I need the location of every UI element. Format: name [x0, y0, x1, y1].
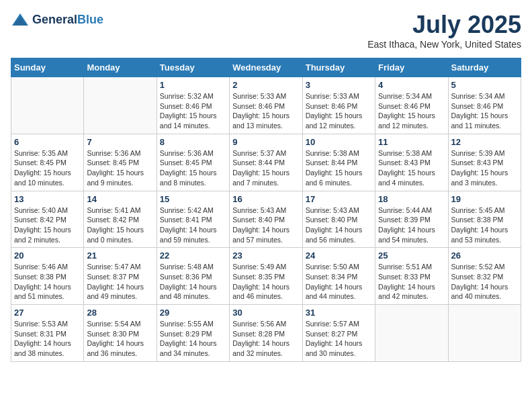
- calendar-cell: 8Sunrise: 5:36 AMSunset: 8:45 PMDaylight…: [157, 134, 229, 191]
- day-info: Sunrise: 5:49 AMSunset: 8:35 PMDaylight:…: [232, 262, 299, 302]
- calendar-cell: 2Sunrise: 5:33 AMSunset: 8:46 PMDaylight…: [230, 77, 302, 134]
- day-info: Sunrise: 5:53 AMSunset: 8:31 PMDaylight:…: [14, 319, 81, 359]
- calendar-cell: 7Sunrise: 5:36 AMSunset: 8:45 PMDaylight…: [84, 134, 157, 191]
- calendar-week-row: 13Sunrise: 5:40 AMSunset: 8:42 PMDayligh…: [11, 191, 521, 248]
- day-of-week-header: Friday: [375, 58, 448, 77]
- day-info: Sunrise: 5:43 AMSunset: 8:40 PMDaylight:…: [306, 205, 372, 245]
- day-number: 8: [160, 137, 226, 147]
- calendar-cell: 18Sunrise: 5:44 AMSunset: 8:39 PMDayligh…: [375, 191, 448, 248]
- day-number: 26: [451, 250, 518, 261]
- logo: GeneralBlue: [11, 11, 103, 30]
- day-info: Sunrise: 5:46 AMSunset: 8:38 PMDaylight:…: [14, 262, 81, 302]
- day-number: 14: [87, 194, 153, 204]
- day-number: 11: [378, 137, 445, 147]
- calendar-cell: [11, 77, 84, 134]
- day-number: 24: [306, 250, 372, 261]
- logo-general: General: [32, 13, 77, 26]
- calendar-week-row: 27Sunrise: 5:53 AMSunset: 8:31 PMDayligh…: [11, 305, 521, 362]
- day-of-week-header: Tuesday: [157, 58, 229, 77]
- day-info: Sunrise: 5:50 AMSunset: 8:34 PMDaylight:…: [306, 262, 372, 302]
- calendar-cell: 19Sunrise: 5:45 AMSunset: 8:38 PMDayligh…: [448, 191, 521, 248]
- calendar-week-row: 20Sunrise: 5:46 AMSunset: 8:38 PMDayligh…: [11, 248, 521, 305]
- day-number: 9: [232, 137, 299, 147]
- day-info: Sunrise: 5:34 AMSunset: 8:46 PMDaylight:…: [378, 91, 445, 131]
- calendar-cell: 16Sunrise: 5:43 AMSunset: 8:40 PMDayligh…: [230, 191, 302, 248]
- day-info: Sunrise: 5:35 AMSunset: 8:45 PMDaylight:…: [14, 148, 81, 188]
- calendar-cell: 28Sunrise: 5:54 AMSunset: 8:30 PMDayligh…: [84, 305, 157, 362]
- day-of-week-header: Saturday: [448, 58, 521, 77]
- day-number: 27: [14, 308, 81, 318]
- day-info: Sunrise: 5:48 AMSunset: 8:36 PMDaylight:…: [160, 262, 226, 302]
- day-number: 1: [160, 80, 226, 90]
- logo-blue: Blue: [77, 13, 103, 26]
- day-info: Sunrise: 5:33 AMSunset: 8:46 PMDaylight:…: [232, 91, 299, 131]
- title-area: July 2025 East Ithaca, New York, United …: [367, 11, 521, 50]
- calendar-cell: 30Sunrise: 5:56 AMSunset: 8:28 PMDayligh…: [230, 305, 302, 362]
- calendar-cell: [375, 305, 448, 362]
- day-info: Sunrise: 5:55 AMSunset: 8:29 PMDaylight:…: [160, 319, 226, 359]
- day-info: Sunrise: 5:39 AMSunset: 8:43 PMDaylight:…: [451, 148, 518, 188]
- header: GeneralBlue July 2025 East Ithaca, New Y…: [11, 11, 521, 50]
- calendar-cell: 3Sunrise: 5:33 AMSunset: 8:46 PMDaylight…: [302, 77, 375, 134]
- day-info: Sunrise: 5:40 AMSunset: 8:42 PMDaylight:…: [14, 205, 81, 245]
- calendar-cell: 1Sunrise: 5:32 AMSunset: 8:46 PMDaylight…: [157, 77, 229, 134]
- day-info: Sunrise: 5:38 AMSunset: 8:44 PMDaylight:…: [306, 148, 372, 188]
- day-number: 2: [232, 80, 299, 90]
- day-info: Sunrise: 5:54 AMSunset: 8:30 PMDaylight:…: [87, 319, 153, 359]
- day-of-week-header: Sunday: [11, 58, 84, 77]
- logo-icon: [11, 11, 30, 30]
- calendar-cell: 27Sunrise: 5:53 AMSunset: 8:31 PMDayligh…: [11, 305, 84, 362]
- calendar-cell: [84, 77, 157, 134]
- calendar-cell: 6Sunrise: 5:35 AMSunset: 8:45 PMDaylight…: [11, 134, 84, 191]
- calendar-cell: 15Sunrise: 5:42 AMSunset: 8:41 PMDayligh…: [157, 191, 229, 248]
- day-info: Sunrise: 5:33 AMSunset: 8:46 PMDaylight:…: [306, 91, 372, 131]
- day-info: Sunrise: 5:42 AMSunset: 8:41 PMDaylight:…: [160, 205, 226, 245]
- day-number: 5: [451, 80, 518, 90]
- day-info: Sunrise: 5:47 AMSunset: 8:37 PMDaylight:…: [87, 262, 153, 302]
- day-info: Sunrise: 5:36 AMSunset: 8:45 PMDaylight:…: [87, 148, 153, 188]
- calendar-cell: 14Sunrise: 5:41 AMSunset: 8:42 PMDayligh…: [84, 191, 157, 248]
- calendar-cell: 10Sunrise: 5:38 AMSunset: 8:44 PMDayligh…: [302, 134, 375, 191]
- calendar-cell: 20Sunrise: 5:46 AMSunset: 8:38 PMDayligh…: [11, 248, 84, 305]
- day-of-week-header: Thursday: [302, 58, 375, 77]
- day-number: 13: [14, 194, 81, 204]
- day-info: Sunrise: 5:45 AMSunset: 8:38 PMDaylight:…: [451, 205, 518, 245]
- day-number: 15: [160, 194, 226, 204]
- calendar: SundayMondayTuesdayWednesdayThursdayFrid…: [11, 58, 521, 362]
- day-number: 18: [378, 194, 445, 204]
- day-of-week-header: Monday: [84, 58, 157, 77]
- day-info: Sunrise: 5:51 AMSunset: 8:33 PMDaylight:…: [378, 262, 445, 302]
- day-number: 29: [160, 308, 226, 318]
- day-info: Sunrise: 5:43 AMSunset: 8:40 PMDaylight:…: [232, 205, 299, 245]
- calendar-header-row: SundayMondayTuesdayWednesdayThursdayFrid…: [11, 58, 521, 77]
- day-info: Sunrise: 5:52 AMSunset: 8:32 PMDaylight:…: [451, 262, 518, 302]
- calendar-cell: 29Sunrise: 5:55 AMSunset: 8:29 PMDayligh…: [157, 305, 229, 362]
- day-number: 23: [232, 250, 299, 261]
- day-number: 7: [87, 137, 153, 147]
- day-number: 31: [306, 308, 372, 318]
- day-number: 25: [378, 250, 445, 261]
- day-info: Sunrise: 5:56 AMSunset: 8:28 PMDaylight:…: [232, 319, 299, 359]
- calendar-cell: 5Sunrise: 5:34 AMSunset: 8:46 PMDaylight…: [448, 77, 521, 134]
- day-number: 28: [87, 308, 153, 318]
- calendar-cell: 11Sunrise: 5:38 AMSunset: 8:43 PMDayligh…: [375, 134, 448, 191]
- calendar-week-row: 6Sunrise: 5:35 AMSunset: 8:45 PMDaylight…: [11, 134, 521, 191]
- calendar-cell: 24Sunrise: 5:50 AMSunset: 8:34 PMDayligh…: [302, 248, 375, 305]
- day-number: 6: [14, 137, 81, 147]
- day-number: 22: [160, 250, 226, 261]
- day-number: 17: [306, 194, 372, 204]
- day-info: Sunrise: 5:34 AMSunset: 8:46 PMDaylight:…: [451, 91, 518, 131]
- day-info: Sunrise: 5:44 AMSunset: 8:39 PMDaylight:…: [378, 205, 445, 245]
- calendar-cell: 26Sunrise: 5:52 AMSunset: 8:32 PMDayligh…: [448, 248, 521, 305]
- calendar-cell: 4Sunrise: 5:34 AMSunset: 8:46 PMDaylight…: [375, 77, 448, 134]
- day-number: 19: [451, 194, 518, 204]
- calendar-cell: 25Sunrise: 5:51 AMSunset: 8:33 PMDayligh…: [375, 248, 448, 305]
- day-info: Sunrise: 5:36 AMSunset: 8:45 PMDaylight:…: [160, 148, 226, 188]
- day-info: Sunrise: 5:37 AMSunset: 8:44 PMDaylight:…: [232, 148, 299, 188]
- calendar-cell: 22Sunrise: 5:48 AMSunset: 8:36 PMDayligh…: [157, 248, 229, 305]
- day-of-week-header: Wednesday: [230, 58, 302, 77]
- calendar-cell: 23Sunrise: 5:49 AMSunset: 8:35 PMDayligh…: [230, 248, 302, 305]
- day-info: Sunrise: 5:41 AMSunset: 8:42 PMDaylight:…: [87, 205, 153, 245]
- month-title: July 2025: [367, 11, 521, 39]
- day-info: Sunrise: 5:57 AMSunset: 8:27 PMDaylight:…: [306, 319, 372, 359]
